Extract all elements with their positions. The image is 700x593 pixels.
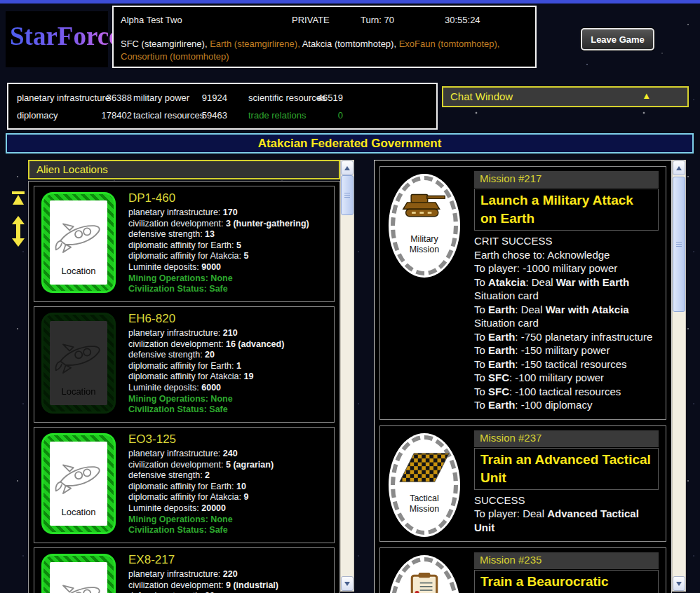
chat-collapse-icon[interactable]: ▲ xyxy=(642,90,651,101)
tank-icon xyxy=(389,191,460,223)
location-tile[interactable]: Location xyxy=(41,433,116,534)
government-title-bar: Atakcian Federated Government xyxy=(6,133,694,154)
location-field: defensive strength: 20 xyxy=(128,350,284,361)
location-tile-art: Location xyxy=(50,442,107,526)
locations-scrollbar[interactable] xyxy=(340,160,354,592)
location-field: Luminite deposits: 20000 xyxy=(128,503,274,514)
mission-body-line: To player: -1000 military power xyxy=(474,261,659,275)
location-fields: planetary infrastructure: 210civilizatio… xyxy=(128,328,284,416)
mission-badge-column: MilitaryMission xyxy=(380,167,474,419)
location-info: EX8-217 planetary infrastructure: 220civ… xyxy=(123,548,281,593)
mission-content: Mission #235 Train a Beaurocratic Liason… xyxy=(474,548,666,593)
mission-body-line: To Earth: -100 diplomacy xyxy=(474,398,659,412)
mission-body-line: To Earth: -150 military power xyxy=(474,343,659,357)
mission-body-line: Earth chose to: Acknowledge xyxy=(474,248,659,262)
chevron-down-icon xyxy=(344,582,350,586)
location-tile[interactable]: Location xyxy=(41,192,116,293)
alien-locations-title: Alien Locations xyxy=(36,163,108,175)
location-fields: planetary infrastructure: 220civilizatio… xyxy=(128,569,278,593)
location-field: defensive strength: 13 xyxy=(128,229,309,240)
mission-body-line: To Earth: -750 planetary infrastructure xyxy=(474,330,659,344)
location-name: EH6-820 xyxy=(128,312,284,326)
mission-list: MilitaryMission Mission #217 Launch a Mi… xyxy=(374,160,672,593)
mission-card[interactable]: MilitaryMission Mission #217 Launch a Mi… xyxy=(379,166,666,420)
location-name: EX8-217 xyxy=(128,553,278,567)
game-privacy: PRIVATE xyxy=(292,15,330,25)
scrollbar-track[interactable] xyxy=(341,175,354,576)
logo-block: StarForce xyxy=(6,11,108,67)
clipboard-icon xyxy=(389,572,460,593)
leave-game-button[interactable]: Leave Game xyxy=(581,28,654,50)
player-entry: SFC (steamgirlirene), xyxy=(121,39,210,49)
location-field: Mining Operations: None xyxy=(128,394,284,405)
missions-scrollbar[interactable] xyxy=(672,160,686,592)
location-tile-art: Location xyxy=(50,562,107,593)
location-field: defensive strength: 2 xyxy=(128,470,274,482)
location-tile[interactable]: Location xyxy=(41,313,116,414)
mission-title: Train a Beaurocratic Liason xyxy=(474,570,659,593)
alien-locations-header[interactable]: Alien Locations xyxy=(28,160,340,179)
stat-value: 178402 xyxy=(86,110,132,121)
scrollbar-track[interactable] xyxy=(673,175,685,576)
location-field: Civilization Status: Safe xyxy=(128,284,309,295)
location-tile[interactable]: Location xyxy=(41,554,116,593)
mission-content: Mission #217 Launch a Military Attack on… xyxy=(474,167,666,419)
location-field: planetary infrastructure: 210 xyxy=(128,328,284,339)
location-name: EO3-125 xyxy=(128,432,274,447)
stat-label: diplomacy xyxy=(17,110,58,121)
player-entry: Atakcia (tomtomhotep), xyxy=(302,39,399,49)
page-title: Atakcian Federated Government xyxy=(258,137,442,151)
mission-card[interactable]: TacticalMission Mission #237 Train an Ad… xyxy=(379,425,666,543)
scroll-down-button[interactable] xyxy=(341,576,354,591)
location-field: Civilization Status: Safe xyxy=(128,525,274,536)
location-field: civilization development: 5 (agrarian) xyxy=(128,460,274,471)
location-list: Location DP1-460 planetary infrastructur… xyxy=(28,181,340,593)
location-field: diplomatic affinity for Atakcia: 5 xyxy=(128,251,309,262)
location-card[interactable]: Location EH6-820 planetary infrastructur… xyxy=(34,306,335,423)
scrollbar-thumb[interactable] xyxy=(673,177,685,312)
location-field: civilization development: 9 (industrial) xyxy=(128,580,278,592)
chat-window-title: Chat Window xyxy=(450,90,513,102)
location-card[interactable]: Location DP1-460 planetary infrastructur… xyxy=(34,186,335,302)
location-field: Civilization Status: Safe xyxy=(128,404,284,416)
game-name: Alpha Test Two xyxy=(121,15,182,25)
game-clock: 30:55:24 xyxy=(445,15,480,25)
location-fields: planetary infrastructure: 170civilizatio… xyxy=(128,207,309,295)
game-turn: Turn: 70 xyxy=(361,15,394,25)
rocket-icon xyxy=(54,216,106,255)
location-info: EO3-125 planetary infrastructure: 240civ… xyxy=(123,428,276,543)
mission-badge: TacticalMission xyxy=(389,433,460,537)
stat-label: military power xyxy=(133,93,189,103)
stat-value: 36388 xyxy=(86,93,132,103)
location-field: Mining Operations: None xyxy=(128,514,274,526)
location-field: planetary infrastructure: 170 xyxy=(128,207,309,219)
location-card[interactable]: Location EX8-217 planetary infrastructur… xyxy=(34,547,335,593)
scroll-down-button[interactable] xyxy=(673,576,685,591)
top-blue-strip xyxy=(0,0,700,4)
location-tile-art: Location xyxy=(50,321,107,405)
resize-vertical-icon[interactable] xyxy=(11,216,26,250)
mission-body: SUCCESSTo player: Deal Advanced Tactical… xyxy=(474,493,659,535)
mission-content: Mission #237 Train an Advanced Tactical … xyxy=(474,426,666,542)
resources-stats-box: planetary infrastructure 36388 military … xyxy=(7,83,438,130)
location-fields: planetary infrastructure: 240civilizatio… xyxy=(128,449,274,536)
location-field: diplomatic affinity for Atakcia: 9 xyxy=(128,492,274,503)
chat-window-header[interactable]: Chat Window ▲ xyxy=(442,86,689,107)
mission-card[interactable]: BeaurocraticMission Mission #235 Train a… xyxy=(379,547,666,593)
scrollbar-thumb[interactable] xyxy=(341,175,354,215)
rocket-icon xyxy=(54,336,106,376)
stat-value: 59463 xyxy=(184,110,227,121)
location-field: diplomatic affinity for Earth: 10 xyxy=(128,482,274,493)
scroll-up-button[interactable] xyxy=(673,161,685,175)
location-card[interactable]: Location EO3-125 planetary infrastructur… xyxy=(34,427,335,543)
starforce-app: StarForce Alpha Test Two PRIVATE Turn: 7… xyxy=(0,0,700,593)
scroll-top-icon[interactable] xyxy=(10,190,27,210)
mission-body-line: SUCCESS xyxy=(474,493,659,507)
mission-badge: MilitaryMission xyxy=(389,174,460,278)
location-field: diplomatic affinity for Atakcia: 19 xyxy=(128,372,284,383)
badge-label: MilitaryMission xyxy=(389,234,460,255)
mission-body-line: To SFC: -100 tactical resources xyxy=(474,385,659,399)
scroll-up-button[interactable] xyxy=(341,161,354,175)
stat-value: 46519 xyxy=(297,93,343,103)
location-tile-label: Location xyxy=(50,507,107,517)
